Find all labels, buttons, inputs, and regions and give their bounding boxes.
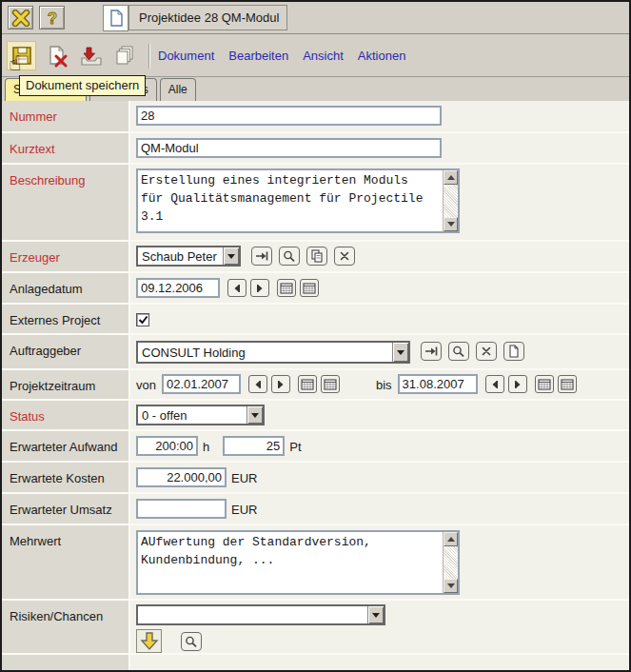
filler-label-column [2,655,130,670]
search-icon [185,636,198,648]
status-label: Status [2,401,130,429]
umsatz-unit: EUR [231,503,257,517]
risiken-selected-value [138,606,367,623]
erzeuger-select[interactable]: Schaub Peter [136,246,241,267]
goto-icon [424,346,438,357]
menu-aktionen[interactable]: Aktionen [358,49,406,63]
kosten-unit: EUR [231,471,257,485]
aufwand-points-unit: Pt [289,440,301,454]
bis-label: bis [376,378,392,392]
document-button[interactable] [103,5,128,31]
scroll-down-icon[interactable] [444,217,458,231]
menu-ansicht[interactable]: Ansicht [303,49,344,63]
scroll-track[interactable] [444,546,458,579]
aufwand-label: Erwarteter Aufwand [2,431,130,461]
scroll-up-icon[interactable] [444,532,458,546]
row-status: Status 0 - offen [2,401,629,431]
tooltip: Dokument speichern [19,75,146,96]
document-icon [108,9,125,28]
close-button[interactable] [8,6,33,30]
menu-bar: Dokument Bearbeiten Ansicht Aktionen [158,49,420,63]
prev-day-icon [253,380,263,389]
auftraggeber-search-button[interactable] [448,342,469,361]
auftraggeber-new-button[interactable] [503,342,524,361]
aufwand-hours-input[interactable] [136,436,198,456]
help-button[interactable]: ? [39,6,65,30]
erzeuger-copy-button[interactable] [306,247,327,266]
auftraggeber-clear-button[interactable] [476,342,497,361]
anlagedatum-input[interactable] [136,278,220,298]
insert-down-arrow-icon [139,631,160,651]
zeitraum-von-input[interactable] [162,374,241,394]
import-button[interactable] [78,43,105,69]
von-label: von [136,378,156,392]
row-risiken: Risiken/Chancen [2,601,629,655]
externes-project-checkbox[interactable] [136,313,149,326]
bis-next-button[interactable] [508,375,527,393]
tab-alle[interactable]: Alle [160,78,196,101]
save-button[interactable] [7,41,36,70]
erzeuger-clear-button[interactable] [334,247,355,266]
toolbar-separator [148,44,150,69]
beschreibung-scrollbar[interactable] [443,170,458,231]
auftraggeber-selected-value: CONSULT Holding [138,343,392,362]
aufwand-points-input[interactable] [223,436,285,456]
save-icon [11,46,32,66]
auftraggeber-select[interactable]: CONSULT Holding [136,341,410,364]
von-calendar-button[interactable] [298,375,317,393]
calendar-icon [301,379,314,390]
risiken-label: Risiken/Chancen [2,601,130,653]
anlagedatum-calendar2-button[interactable] [300,279,319,297]
risiken-insert-button[interactable] [136,629,162,653]
prev-day-icon [490,380,500,389]
risiken-search-button[interactable] [181,632,202,651]
scroll-track[interactable] [444,185,458,217]
anlagedatum-next-button[interactable] [250,279,269,297]
bis-prev-button[interactable] [485,375,504,393]
anlagedatum-calendar-button[interactable] [277,279,296,297]
prev-day-icon [232,284,242,293]
mehrwert-scrollbar[interactable] [443,532,458,593]
row-kosten: Erwartete Kosten EUR [2,463,629,494]
scroll-down-icon[interactable] [444,579,458,593]
zeitraum-bis-input[interactable] [398,374,478,394]
von-next-button[interactable] [271,375,290,393]
risiken-select[interactable] [136,604,385,625]
dropdown-arrow-icon [223,247,239,265]
menu-dokument[interactable]: Dokument [158,49,214,63]
form-area: Nummer Kurztext Beschreibung Erstellung … [2,101,629,670]
nummer-input[interactable] [136,106,442,126]
dropdown-arrow-icon [246,406,263,424]
delete-button[interactable] [44,43,70,69]
beschreibung-textarea[interactable]: Erstellung eines integrierten Moduls für… [138,170,443,231]
kosten-input[interactable] [136,467,227,487]
row-mehrwert: Mehrwert AUfwertung der Standardversion,… [2,525,629,601]
erzeuger-goto-button[interactable] [251,247,272,266]
menu-bearbeiten[interactable]: Bearbeiten [228,49,288,63]
bis-calendar2-button[interactable] [558,375,577,393]
auftraggeber-label: Auftraggeber [2,335,130,368]
anlagedatum-label: Anlagedatum [2,273,130,303]
erzeuger-search-button[interactable] [279,247,300,266]
mehrwert-textarea[interactable]: AUfwertung der Standardversion, Kundenbi… [138,532,443,593]
calendar-icon [280,283,293,294]
bis-calendar-button[interactable] [535,375,554,393]
beschreibung-label: Beschreibung [2,165,130,240]
copy-button[interactable] [112,43,139,69]
nummer-label: Nummer [2,101,130,131]
umsatz-input[interactable] [136,499,227,519]
calendar-icon [303,283,316,294]
search-icon [452,346,465,358]
row-aufwand: Erwarteter Aufwand h Pt [2,431,629,463]
window-title: Projektidee 28 QM-Modul [128,5,287,30]
kurztext-input[interactable] [136,138,442,158]
auftraggeber-goto-button[interactable] [421,342,442,361]
von-prev-button[interactable] [248,375,267,393]
mehrwert-textbox: AUfwertung der Standardversion, Kundenbi… [136,530,460,595]
von-calendar2-button[interactable] [321,375,340,393]
anlagedatum-prev-button[interactable] [227,279,246,297]
status-select[interactable]: 0 - offen [136,405,265,425]
beschreibung-textbox: Erstellung eines integrierten Moduls für… [136,168,460,233]
toolbar: Dokument Bearbeiten Ansicht Aktionen [2,35,629,77]
scroll-up-icon[interactable] [444,170,458,185]
